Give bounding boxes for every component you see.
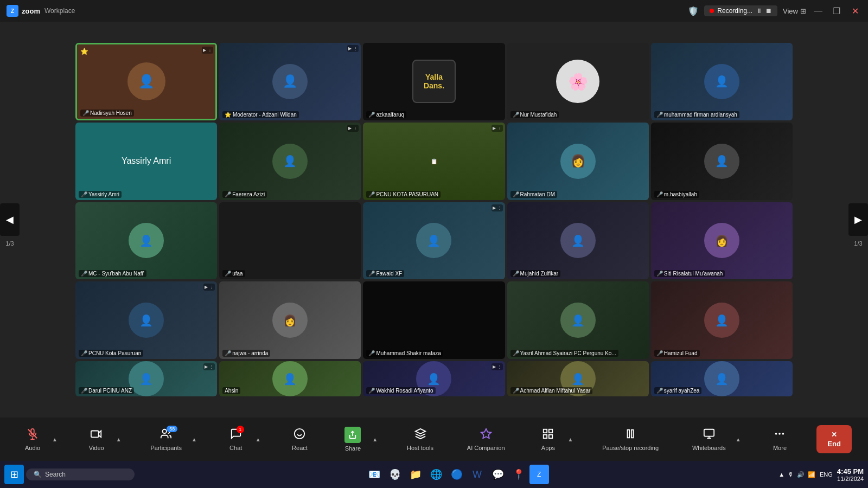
react-group: React <box>283 425 316 454</box>
tile-control-btn[interactable]: ▶ <box>493 364 496 369</box>
participants-button[interactable]: 58 Participants <box>144 425 188 454</box>
end-call-button[interactable]: ✕ End <box>816 425 852 453</box>
tile-control-btn[interactable]: ▶ <box>203 48 206 53</box>
tile-control-btn[interactable]: ⋮ <box>209 364 214 369</box>
apps-button[interactable]: Apps <box>532 425 564 454</box>
whiteboard-caret[interactable]: ▲ <box>733 433 743 446</box>
minimize-button[interactable]: — <box>812 4 825 17</box>
participant-name: 🎤syarif ayahZea <box>654 387 702 394</box>
tile-control-btn[interactable]: ⋮ <box>497 364 502 369</box>
tile-control-btn[interactable]: ▶ <box>348 126 352 131</box>
companion-group: AI Companion <box>461 425 512 454</box>
participant-name: 🎤Rahmatan DM <box>510 191 557 198</box>
recording-dot <box>710 9 714 13</box>
svg-rect-12 <box>549 429 552 432</box>
end-label: End <box>827 440 841 448</box>
video-tile: 👩 🎤Rahmatan DM <box>507 123 649 200</box>
maximize-button[interactable]: ❐ <box>830 4 843 17</box>
video-tile: 👤 🎤muhammad firman ardiansyah <box>651 43 793 120</box>
tile-control-btn[interactable]: ⋮ <box>353 46 358 51</box>
whiteboard-icon <box>703 428 715 442</box>
taskbar-icon-zoom[interactable]: Z <box>529 465 549 484</box>
apps-caret[interactable]: ▲ <box>565 433 575 446</box>
recording-pause[interactable]: ⏸ <box>756 7 762 15</box>
next-page-button[interactable]: ▶ 1/3 <box>848 203 868 236</box>
prev-page-button[interactable]: ◀ 1/3 <box>0 203 20 236</box>
video-button[interactable]: Video <box>80 425 113 454</box>
recording-badge: Recording... ⏸ ⏹ <box>704 5 777 16</box>
participant-name: Ahsin <box>222 387 240 394</box>
taskbar-icon-maps[interactable]: 📍 <box>509 465 528 484</box>
share-button[interactable]: Share <box>336 423 369 455</box>
chat-icon: 1 <box>230 428 242 442</box>
tile-control-btn[interactable]: ⋮ <box>497 206 502 210</box>
page-indicator-right: 1/3 <box>848 240 868 247</box>
taskbar-icon-word[interactable]: W <box>468 465 487 484</box>
video-tile: 👤 🎤Mujahid Zulfikar <box>507 202 649 280</box>
show-hidden-icon[interactable]: ▲ <box>778 471 784 478</box>
share-group: Share ▲ <box>336 423 380 455</box>
chat-button[interactable]: 1 Chat <box>220 425 252 454</box>
recording-group: Pause/stop recording <box>596 425 665 454</box>
pause-recording-button[interactable]: Pause/stop recording <box>596 425 665 454</box>
language-indicator: ENG <box>820 471 833 478</box>
close-button[interactable]: ✕ <box>848 4 861 17</box>
tile-control-btn[interactable]: ⋮ <box>208 48 212 53</box>
taskbar-right: ▲ 🎙 🔊 📶 ENG 4:45 PM 11/2/2024 <box>778 467 864 482</box>
ai-companion-icon <box>480 428 492 442</box>
participant-name: 🎤Darul PCINU ANZ <box>79 387 134 394</box>
tile-control-btn[interactable]: ▶ <box>493 126 496 131</box>
participant-name: 🎤Mujahid Zulfikar <box>510 270 561 277</box>
tile-control-btn[interactable]: ⋮ <box>209 285 214 290</box>
companion-button[interactable]: AI Companion <box>461 425 512 454</box>
taskbar-search[interactable]: 🔍 Search <box>26 468 135 480</box>
whiteboard-button[interactable]: Whiteboards <box>686 425 732 454</box>
audio-label: Audio <box>25 445 40 451</box>
recording-stop[interactable]: ⏹ <box>765 7 772 15</box>
video-group: Video ▲ <box>80 425 124 454</box>
share-caret[interactable]: ▲ <box>370 433 380 446</box>
taskbar-icon-whatsapp[interactable]: 💬 <box>488 465 508 484</box>
audio-button[interactable]: Audio <box>16 425 49 454</box>
video-tile: 👤 ▶ ⋮ 🎤PCNU Kota Pasuruan <box>75 281 217 359</box>
time-display: 4:45 PM 11/2/2024 <box>837 467 864 482</box>
video-grid: 👤 🎤Nadirsyah Hosen ▶ ⋮ ⭐ 👤 ⭐ Moderator -… <box>73 41 795 399</box>
taskbar-icon-folder[interactable]: 📁 <box>406 465 425 484</box>
participants-caret[interactable]: ▲ <box>189 433 199 446</box>
taskbar-icon-edge[interactable]: 🌐 <box>426 465 446 484</box>
taskbar-icon-chrome[interactable]: 🔵 <box>447 465 467 484</box>
video-tile: 🌸 🎤Nur Mustafidah <box>507 43 649 120</box>
tile-controls: ▶ ⋮ <box>492 363 503 370</box>
audio-caret[interactable]: ▲ <box>50 433 60 446</box>
tile-controls: ▶ ⋮ <box>347 45 359 52</box>
view-button[interactable]: View ⊞ <box>783 7 806 15</box>
title-bar-controls: 🛡️ Recording... ⏸ ⏹ View ⊞ — ❐ ✕ <box>688 4 861 17</box>
more-group: More <box>763 425 796 454</box>
share-label: Share <box>345 445 361 452</box>
taskbar-icon-skull[interactable]: 💀 <box>385 465 405 484</box>
host-tools-button[interactable]: Host tools <box>400 425 440 454</box>
participant-name: 🎤MC - Syu'bah Abu Nafi' <box>79 270 146 277</box>
windows-start-button[interactable]: ⊞ <box>4 465 24 484</box>
tile-control-btn[interactable]: ⋮ <box>497 126 502 131</box>
whiteboard-group: Whiteboards ▲ <box>686 425 743 454</box>
recording-controls-icon <box>624 428 636 442</box>
video-caret[interactable]: ▲ <box>114 433 124 446</box>
tile-control-btn[interactable]: ▶ <box>348 46 352 51</box>
participants-count: 58 <box>167 426 177 432</box>
tile-control-btn[interactable]: ▶ <box>205 364 208 369</box>
tile-control-btn[interactable]: ⋮ <box>353 126 358 131</box>
zoom-logo: Z zoom Workplace <box>7 5 75 17</box>
react-button[interactable]: React <box>283 425 316 454</box>
tile-control-btn[interactable]: ▶ <box>493 206 496 210</box>
video-area: ◀ 1/3 👤 🎤Nadirsyah Hosen ▶ ⋮ ⭐ 👤 ⭐ Mo <box>0 22 868 418</box>
chat-caret[interactable]: ▲ <box>253 433 263 446</box>
tile-control-btn[interactable]: ▶ <box>205 285 208 290</box>
more-button[interactable]: More <box>763 425 796 454</box>
tile-controls: ▶ ⋮ <box>203 284 215 291</box>
whiteboard-label: Whiteboards <box>692 445 726 451</box>
participant-name: 🎤Nur Mustafidah <box>510 111 559 118</box>
taskbar-icon-mail[interactable]: 📧 <box>365 465 384 484</box>
participant-name-display: Yassirly Amri <box>122 156 171 166</box>
participant-name: 🎤najwa - arrinda <box>222 350 270 357</box>
